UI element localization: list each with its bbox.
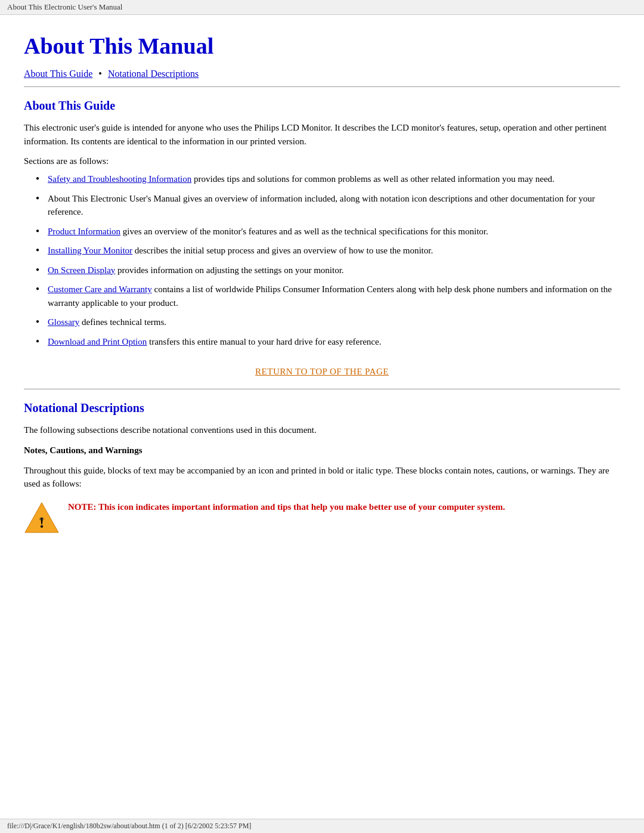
section-divider-2: [24, 389, 620, 389]
list-item-text-3: gives an overview of the monitor's featu…: [120, 227, 488, 236]
list-item: About This Electronic User's Manual give…: [36, 192, 620, 219]
sections-label: Sections are as follows:: [24, 156, 620, 166]
link-installing-monitor[interactable]: Installing Your Monitor: [48, 246, 132, 255]
section2-intro: The following subsections describe notat…: [24, 423, 620, 437]
link-product-information[interactable]: Product Information: [48, 227, 120, 236]
section-about-this-guide: About This Guide This electronic user's …: [24, 99, 620, 377]
return-to-top-link[interactable]: RETURN TO TOP OF THE PAGE: [255, 367, 389, 376]
content-area: About This Manual About This Guide • Not…: [0, 15, 644, 560]
list-item-text-1: provides tips and solutions for common p…: [191, 174, 555, 184]
nav-links: About This Guide • Notational Descriptio…: [24, 69, 620, 79]
list-item: Safety and Troubleshooting Information p…: [36, 172, 620, 186]
section2-title: Notational Descriptions: [24, 401, 620, 415]
list-item-text-8: transfers this entire manual to your har…: [147, 337, 381, 346]
warning-icon: ! ✏: [24, 500, 60, 536]
note-box: ! ✏ NOTE: This icon indicates important …: [24, 500, 620, 536]
section-list: Safety and Troubleshooting Information p…: [36, 172, 620, 348]
footer-bar: file:///D|/Grace/K1/english/180b2sw/abou…: [0, 819, 644, 833]
list-item: Download and Print Option transfers this…: [36, 335, 620, 349]
section-notational-descriptions: Notational Descriptions The following su…: [24, 401, 620, 536]
notes-intro-text: Throughout this guide, blocks of text ma…: [24, 464, 620, 491]
link-safety-troubleshooting[interactable]: Safety and Troubleshooting Information: [48, 174, 191, 184]
list-item-text-7: defines technical terms.: [79, 317, 166, 327]
list-item: On Screen Display provides information o…: [36, 264, 620, 277]
note-text: NOTE: This icon indicates important info…: [68, 500, 505, 514]
nav-separator: •: [98, 69, 102, 79]
notes-cautions-title: Notes, Cautions, and Warnings: [24, 445, 620, 456]
section1-title: About This Guide: [24, 99, 620, 113]
list-item-text-4: describes the initial setup process and …: [132, 246, 433, 255]
browser-title: About This Electronic User's Manual: [7, 2, 122, 11]
nav-link-notational-descriptions[interactable]: Notational Descriptions: [108, 69, 199, 79]
browser-title-bar: About This Electronic User's Manual: [0, 0, 644, 15]
list-item-text-2: About This Electronic User's Manual give…: [48, 194, 595, 217]
section-divider-1: [24, 86, 620, 87]
link-customer-care[interactable]: Customer Care and Warranty: [48, 284, 152, 294]
section1-intro: This electronic user's guide is intended…: [24, 121, 620, 148]
footer-path: file:///D|/Grace/K1/english/180b2sw/abou…: [7, 822, 251, 830]
list-item: Product Information gives an overview of…: [36, 225, 620, 239]
list-item: Customer Care and Warranty contains a li…: [36, 283, 620, 309]
nav-link-about-this-guide[interactable]: About This Guide: [24, 69, 92, 79]
link-glossary[interactable]: Glossary: [48, 317, 79, 327]
list-item-text-5: provides information on adjusting the se…: [115, 265, 343, 275]
list-item: Installing Your Monitor describes the in…: [36, 244, 620, 258]
list-item: Glossary defines technical terms.: [36, 315, 620, 329]
svg-text:✏: ✏: [39, 516, 45, 522]
page-title: About This Manual: [24, 33, 620, 59]
return-to-top-container: RETURN TO TOP OF THE PAGE: [24, 366, 620, 377]
link-download-print[interactable]: Download and Print Option: [48, 337, 147, 346]
link-on-screen-display[interactable]: On Screen Display: [48, 265, 115, 275]
